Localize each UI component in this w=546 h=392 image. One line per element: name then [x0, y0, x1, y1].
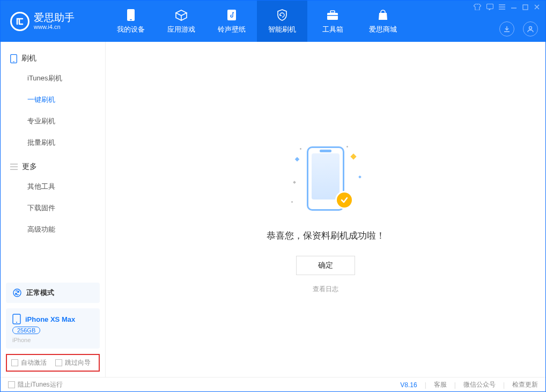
download-button[interactable] [499, 21, 514, 36]
options-highlight: 自动激活 跳过向导 [6, 354, 100, 372]
nav-label: 应用游戏 [167, 25, 195, 34]
sidebar-group-label: 刷机 [21, 54, 36, 63]
svg-rect-4 [330, 11, 335, 13]
nav-label: 铃声壁纸 [218, 25, 246, 34]
checkbox-label: 自动激活 [21, 358, 47, 367]
window-controls [474, 4, 540, 10]
svg-rect-3 [327, 13, 338, 20]
phone-outline-icon [10, 54, 17, 63]
svg-rect-6 [487, 4, 493, 9]
app-subtitle: www.i4.cn [34, 24, 75, 30]
statusbar: 阻止iTunes运行 V8.16 | 客服 | 微信公众号 | 检查更新 [1, 377, 545, 392]
checkbox-icon [8, 381, 15, 388]
svg-rect-5 [327, 15, 338, 16]
toolbox-icon [326, 9, 339, 21]
cube-icon [175, 9, 188, 21]
refresh-icon [12, 288, 22, 298]
user-button[interactable] [523, 21, 538, 36]
mode-label: 正常模式 [26, 288, 54, 298]
svg-rect-10 [13, 61, 14, 62]
auto-activate-checkbox[interactable]: 自动激活 [11, 358, 47, 367]
success-illustration [293, 144, 358, 219]
version-label: V8.16 [400, 381, 417, 389]
phone-icon [124, 9, 137, 21]
menu-icon[interactable] [499, 4, 505, 10]
bag-icon [377, 9, 389, 21]
sidebar: 刷机 iTunes刷机 一键刷机 专业刷机 批量刷机 更多 其他工具 下载固件 … [1, 42, 106, 377]
main-nav: 我的设备 应用游戏 铃声壁纸 智能刷机 工具箱 爱思商城 [106, 1, 408, 42]
titlebar: 爱思助手 www.i4.cn 我的设备 应用游戏 铃声壁纸 智能刷机 工具箱 爱… [1, 1, 545, 42]
nav-apps-games[interactable]: 应用游戏 [156, 1, 206, 42]
header-actions [499, 21, 538, 36]
svg-point-13 [16, 322, 17, 323]
sidebar-item-advanced[interactable]: 高级功能 [1, 219, 105, 240]
nav-my-device[interactable]: 我的设备 [106, 1, 156, 42]
checkbox-icon [55, 359, 62, 366]
sidebar-group-label: 更多 [22, 162, 37, 172]
device-card[interactable]: iPhone XS Max 256GB iPhone [6, 308, 100, 349]
success-check-icon [335, 191, 353, 209]
nav-toolbox[interactable]: 工具箱 [307, 1, 358, 42]
list-icon [10, 164, 18, 170]
nav-label: 工具箱 [322, 25, 343, 34]
nav-smart-flash[interactable]: 智能刷机 [257, 1, 307, 42]
device-type: iPhone [12, 337, 93, 343]
device-storage-badge: 256GB [12, 327, 40, 334]
skip-guide-checkbox[interactable]: 跳过向导 [55, 358, 91, 367]
check-update-link[interactable]: 检查更新 [512, 380, 538, 389]
nav-store[interactable]: 爱思商城 [358, 1, 408, 42]
logo-area: 爱思助手 www.i4.cn [1, 12, 106, 31]
mode-card[interactable]: 正常模式 [6, 283, 100, 303]
close-button[interactable] [534, 4, 540, 10]
nav-label: 我的设备 [117, 25, 145, 34]
sidebar-group-flash: 刷机 [1, 49, 105, 68]
customer-service-link[interactable]: 客服 [434, 380, 447, 389]
sidebar-item-download-firmware[interactable]: 下载固件 [1, 197, 105, 219]
tshirt-icon[interactable] [474, 4, 481, 10]
sidebar-group-more: 更多 [1, 158, 105, 176]
wechat-link[interactable]: 微信公众号 [463, 380, 496, 389]
sidebar-item-oneclick-flash[interactable]: 一键刷机 [1, 89, 105, 110]
view-log-link[interactable]: 查看日志 [313, 285, 338, 294]
nav-ringtone-wallpaper[interactable]: 铃声壁纸 [206, 1, 257, 42]
checkbox-label: 阻止iTunes运行 [18, 380, 63, 389]
nav-label: 智能刷机 [268, 25, 296, 34]
main-content: 恭喜您，保资料刷机成功啦！ 确定 查看日志 [106, 42, 545, 377]
maximize-button[interactable] [522, 4, 528, 10]
svg-rect-1 [130, 19, 132, 20]
minimize-button[interactable] [511, 4, 517, 10]
app-title: 爱思助手 [34, 12, 75, 24]
sidebar-item-itunes-flash[interactable]: iTunes刷机 [1, 68, 105, 89]
shield-refresh-icon [276, 9, 289, 21]
ok-button[interactable]: 确定 [296, 256, 355, 275]
checkbox-label: 跳过向导 [65, 358, 91, 367]
success-message: 恭喜您，保资料刷机成功啦！ [267, 230, 385, 242]
svg-point-8 [529, 27, 532, 29]
sidebar-item-pro-flash[interactable]: 专业刷机 [1, 110, 105, 132]
svg-point-11 [13, 289, 21, 297]
music-file-icon [225, 9, 238, 21]
svg-rect-7 [523, 5, 528, 10]
app-logo-icon [10, 12, 29, 31]
device-name: iPhone XS Max [25, 315, 75, 323]
sidebar-item-batch-flash[interactable]: 批量刷机 [1, 132, 105, 153]
sidebar-item-other-tools[interactable]: 其他工具 [1, 176, 105, 197]
checkbox-icon [11, 359, 18, 366]
block-itunes-checkbox[interactable]: 阻止iTunes运行 [8, 380, 63, 389]
svg-rect-0 [127, 9, 135, 21]
device-phone-icon [12, 314, 21, 324]
feedback-icon[interactable] [486, 4, 493, 10]
nav-label: 爱思商城 [369, 25, 397, 34]
